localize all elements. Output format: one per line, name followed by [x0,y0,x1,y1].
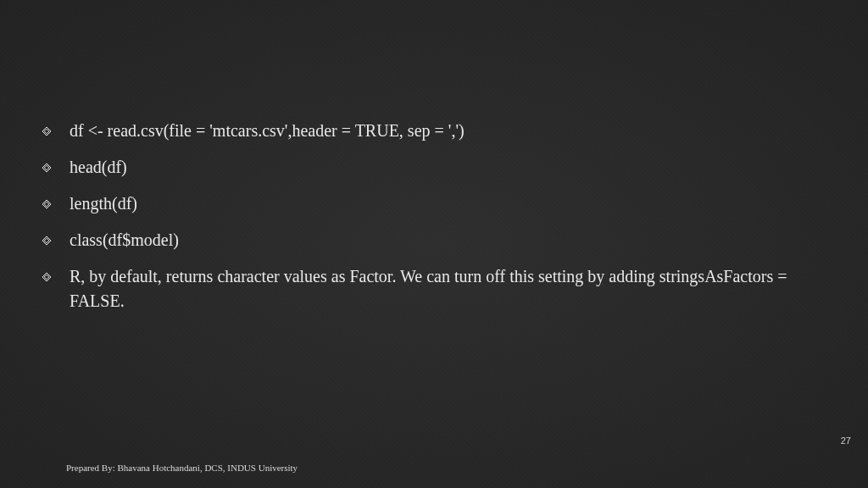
diamond-bullet-icon [42,164,51,172]
diamond-bullet-icon [42,127,51,136]
page-number: 27 [841,435,851,446]
diamond-bullet-icon [42,200,51,208]
list-item-text: df <- read.csv(file = 'mtcars.csv',heade… [70,119,817,143]
list-item-text: R, by default, returns character values … [70,264,817,313]
diamond-bullet-icon [42,236,51,245]
list-item-text: class(df$model) [70,228,817,252]
list-item: length(df) [42,191,817,216]
list-item: R, by default, returns character values … [42,264,817,313]
list-item: df <- read.csv(file = 'mtcars.csv',heade… [42,119,817,143]
list-item: class(df$model) [42,228,817,252]
footer-text: Prepared By: Bhavana Hotchandani, DCS, I… [66,463,298,473]
list-item-text: head(df) [70,155,817,180]
slide-content: df <- read.csv(file = 'mtcars.csv',heade… [42,119,817,325]
list-item: head(df) [42,155,817,180]
diamond-bullet-icon [42,273,51,281]
list-item-text: length(df) [70,191,817,216]
